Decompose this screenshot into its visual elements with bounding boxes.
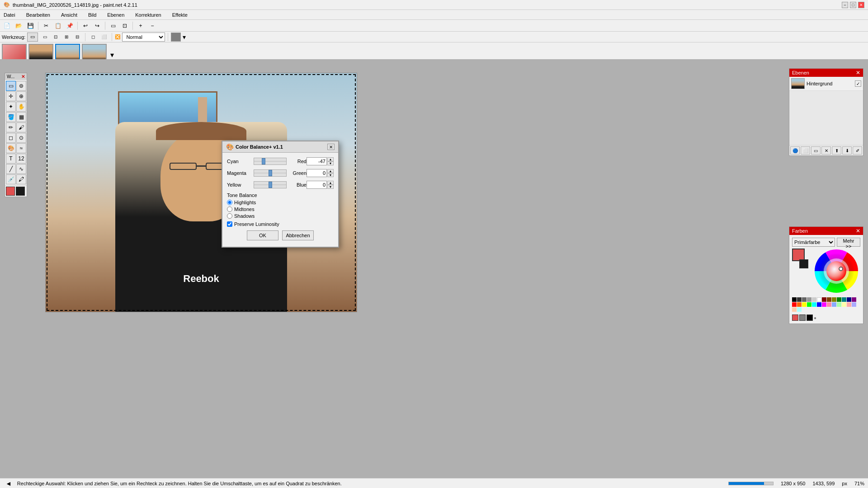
cb-yellow-blue-thumb[interactable] [269,182,272,188]
layer-add-button[interactable]: 🔵 [790,146,800,155]
palette-peach[interactable] [792,307,797,312]
cb-magenta-green-slider[interactable] [254,169,287,177]
layer-duplicate-button[interactable]: ⬜ [801,146,810,155]
tool-clone[interactable]: ⊙ [16,133,26,143]
tool-recolor[interactable]: 🎨 [6,143,16,153]
layer-up-button[interactable]: ⬆ [832,146,841,155]
tool-extra[interactable]: 🖍 [16,174,26,184]
tool-paint-bucket[interactable]: 🪣 [6,112,16,122]
cb-cyan-red-up[interactable]: ▲ [327,157,334,161]
tool-curves[interactable]: ∿ [16,164,26,174]
palette-black[interactable] [792,297,797,302]
palette-darkgray[interactable] [797,297,802,302]
menu-ebenen[interactable]: Ebenen [105,11,126,19]
cb-magenta-green-down[interactable]: ▼ [327,173,334,177]
menu-bild[interactable]: Bild [86,11,98,19]
palette-darkred[interactable] [822,297,826,302]
status-nav-left[interactable]: ◄ [4,480,14,487]
tool-text[interactable]: T [6,154,16,164]
zoom-out-button[interactable]: − [147,21,157,31]
color-primary-indicator[interactable] [792,314,798,321]
preserve-luminosity-checkbox[interactable] [227,221,232,227]
deselect-button[interactable]: ⊡ [120,21,130,31]
tool-colorpicker[interactable]: 💉 [6,174,16,184]
ok-button[interactable]: OK [247,230,278,240]
color-secondary-indicator[interactable] [799,314,806,321]
tool-zoom[interactable]: ⊕ [16,91,26,101]
tool-smudge[interactable]: ≈ [16,143,26,153]
color-wheel[interactable] [814,249,859,294]
tool-gradient[interactable]: ▦ [16,112,26,122]
color-dropdown-arrow[interactable]: ▾ [183,33,186,41]
thumbnails-more[interactable]: ▾ [110,51,114,59]
palette-yellow[interactable] [802,302,807,307]
tool-shapes[interactable]: 12 [16,154,26,164]
palette-gray[interactable] [807,297,811,302]
cb-magenta-green-up[interactable]: ▲ [327,169,334,173]
cb-close-button[interactable]: ✕ [327,144,335,150]
palette-darkgreen[interactable] [837,297,841,302]
restore-button[interactable]: □ [850,2,856,8]
cb-yellow-blue-down[interactable]: ▼ [327,185,334,189]
tool-opt-2[interactable]: ⊡ [51,32,61,42]
palette-cyan[interactable] [812,302,816,307]
palette-lavender[interactable] [852,302,856,307]
copy-button[interactable]: 📋 [53,21,63,31]
tool-opt-5[interactable]: ◻ [88,32,98,42]
palette-darkyellow[interactable] [832,297,836,302]
cb-cyan-red-thumb[interactable] [262,158,265,164]
toolbox-close[interactable]: ✕ [21,74,25,79]
palette-lightblue[interactable] [832,302,836,307]
shadows-radio[interactable] [227,213,232,219]
cb-cyan-red-slider[interactable] [254,158,287,165]
layer-merge-button[interactable]: ▭ [811,146,821,155]
tool-opt-6[interactable]: ⬜ [99,32,109,42]
cb-title-bar[interactable]: 🎨 Color Balance+ v1.1 ✕ [222,141,338,153]
redo-button[interactable]: ↪ [92,21,102,31]
layer-item[interactable]: Hintergrund ✓ [789,77,863,91]
menu-korrekturen[interactable]: Korrekturen [133,11,163,19]
palette-lightgreen[interactable] [837,302,841,307]
palette-pink[interactable] [827,302,831,307]
paste-button[interactable]: 📌 [65,21,75,31]
palette-lightyellow[interactable] [842,302,846,307]
menu-datei[interactable]: Datei [2,11,17,19]
tool-magic-wand[interactable]: ✦ [6,102,16,112]
palette-darkpurple[interactable] [852,297,856,302]
tool-opt-4[interactable]: ⊟ [72,32,82,42]
tool-lasso[interactable]: ⊚ [16,81,26,91]
new-button[interactable]: 📄 [2,21,12,31]
midtones-radio[interactable] [227,206,232,212]
menu-bearbeiten[interactable]: Bearbeiten [24,11,52,19]
cancel-button[interactable]: Abbrechen [282,230,314,240]
tool-pencil[interactable]: ✏ [6,122,16,132]
layer-down-button[interactable]: ⬇ [842,146,852,155]
zoom-in-button[interactable]: + [136,21,146,31]
layer-visibility[interactable]: ✓ [855,80,861,87]
palette-blue[interactable] [817,302,821,307]
palette-green[interactable] [807,302,811,307]
cb-yellow-blue-slider[interactable] [254,181,287,188]
tool-pan[interactable]: ✋ [16,102,26,112]
save-button[interactable]: 💾 [25,21,35,31]
tool-rectangle-select[interactable]: ▭ [6,81,16,91]
primary-color-swatch[interactable] [6,187,15,196]
close-button[interactable]: ✕ [858,2,864,8]
color-swatch-tool[interactable] [171,33,181,42]
undo-button[interactable]: ↩ [80,21,90,31]
layer-delete-button[interactable]: ✕ [821,146,831,155]
cb-magenta-green-thumb[interactable] [269,170,272,176]
palette-orange[interactable] [797,302,802,307]
color-type-select[interactable]: Primärfarbe Sekundärfarbe [792,238,835,247]
palette-lightorange[interactable] [847,302,851,307]
secondary-color-swatch[interactable] [16,187,25,196]
cb-cyan-red-down[interactable]: ▼ [327,161,334,165]
palette-magenta[interactable] [822,302,826,307]
color-panel-close[interactable]: ✕ [856,228,860,234]
palette-lightgray[interactable] [812,297,816,302]
palette-red[interactable] [792,302,797,307]
palette-lightcyan[interactable] [797,307,802,312]
menu-effekte[interactable]: Effekte [170,11,189,19]
tool-opt-1[interactable]: ▭ [40,32,50,42]
layers-close-button[interactable]: ✕ [856,70,860,76]
